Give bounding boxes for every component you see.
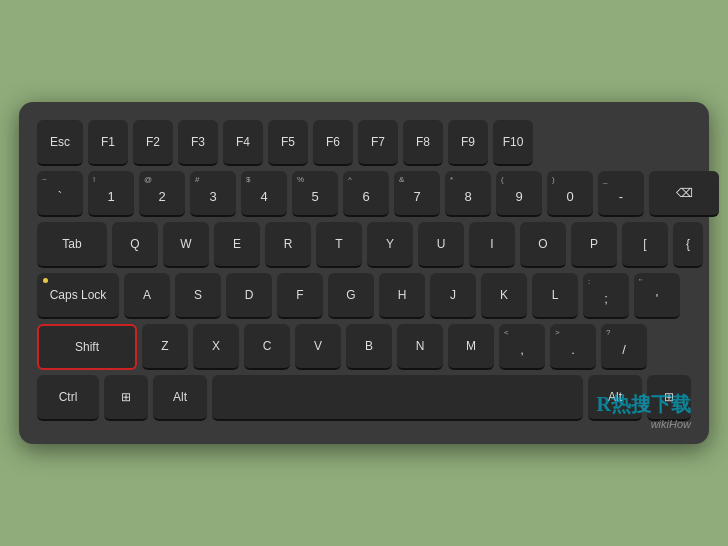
key-d[interactable]: D xyxy=(226,273,272,319)
key-a[interactable]: A xyxy=(124,273,170,319)
key-x[interactable]: X xyxy=(193,324,239,370)
key-bracket_l-label: [ xyxy=(643,237,646,251)
key-minus-main: - xyxy=(619,189,623,204)
key-win_r[interactable]: ⊞ xyxy=(647,375,691,421)
key-semi[interactable]: :; xyxy=(583,273,629,319)
key-9[interactable]: (9 xyxy=(496,171,542,217)
key-quote-sub: " xyxy=(639,277,642,286)
key-7-sub: & xyxy=(399,175,404,184)
key-comma[interactable]: <, xyxy=(499,324,545,370)
key-tilde[interactable]: ~` xyxy=(37,171,83,217)
key-b[interactable]: B xyxy=(346,324,392,370)
key-n[interactable]: N xyxy=(397,324,443,370)
key-l-label: L xyxy=(552,288,559,302)
key-2[interactable]: @2 xyxy=(139,171,185,217)
key-shift_l-label: Shift xyxy=(75,340,99,354)
key-i[interactable]: I xyxy=(469,222,515,268)
key-row-2: TabQWERTYUIOP[{ xyxy=(37,222,691,268)
key-z[interactable]: Z xyxy=(142,324,188,370)
key-g-label: G xyxy=(346,288,355,302)
key-w[interactable]: W xyxy=(163,222,209,268)
key-alt_r[interactable]: Alt xyxy=(588,375,642,421)
key-alt_r-label: Alt xyxy=(608,390,622,404)
key-f5-label: F5 xyxy=(281,135,295,149)
key-g[interactable]: G xyxy=(328,273,374,319)
key-quote[interactable]: "' xyxy=(634,273,680,319)
key-u[interactable]: U xyxy=(418,222,464,268)
key-backspace-label: ⌫ xyxy=(676,186,693,200)
key-f9-label: F9 xyxy=(461,135,475,149)
key-k[interactable]: K xyxy=(481,273,527,319)
key-slash[interactable]: ?/ xyxy=(601,324,647,370)
key-j[interactable]: J xyxy=(430,273,476,319)
key-bracket_r[interactable]: { xyxy=(673,222,703,268)
key-c-label: C xyxy=(263,339,272,353)
key-caps[interactable]: Caps Lock xyxy=(37,273,119,319)
key-f6[interactable]: F6 xyxy=(313,120,353,166)
key-r[interactable]: R xyxy=(265,222,311,268)
key-s[interactable]: S xyxy=(175,273,221,319)
key-m-label: M xyxy=(466,339,476,353)
key-bracket_l[interactable]: [ xyxy=(622,222,668,268)
key-backspace[interactable]: ⌫ xyxy=(649,171,719,217)
key-win_l[interactable]: ⊞ xyxy=(104,375,148,421)
key-a-label: A xyxy=(143,288,151,302)
key-f8[interactable]: F8 xyxy=(403,120,443,166)
key-8[interactable]: *8 xyxy=(445,171,491,217)
key-row-1: ~`!1@2#3$4%5^6&7*8(9)0_-⌫ xyxy=(37,171,691,217)
key-0[interactable]: )0 xyxy=(547,171,593,217)
key-q[interactable]: Q xyxy=(112,222,158,268)
key-1-main: 1 xyxy=(107,189,114,204)
key-f5[interactable]: F5 xyxy=(268,120,308,166)
key-h[interactable]: H xyxy=(379,273,425,319)
key-f2-label: F2 xyxy=(146,135,160,149)
key-space[interactable] xyxy=(212,375,583,421)
key-7[interactable]: &7 xyxy=(394,171,440,217)
key-alt_l[interactable]: Alt xyxy=(153,375,207,421)
key-f3-label: F3 xyxy=(191,135,205,149)
key-f9[interactable]: F9 xyxy=(448,120,488,166)
key-f2[interactable]: F2 xyxy=(133,120,173,166)
key-ctrl[interactable]: Ctrl xyxy=(37,375,99,421)
key-minus[interactable]: _- xyxy=(598,171,644,217)
key-row-0: EscF1F2F3F4F5F6F7F8F9F10 xyxy=(37,120,691,166)
key-f10[interactable]: F10 xyxy=(493,120,533,166)
key-6[interactable]: ^6 xyxy=(343,171,389,217)
key-bracket_r-label: { xyxy=(686,237,690,251)
key-shift_l[interactable]: Shift xyxy=(37,324,137,370)
key-3[interactable]: #3 xyxy=(190,171,236,217)
key-slash-main: / xyxy=(622,342,626,357)
key-p[interactable]: P xyxy=(571,222,617,268)
key-tab[interactable]: Tab xyxy=(37,222,107,268)
key-c[interactable]: C xyxy=(244,324,290,370)
key-h-label: H xyxy=(398,288,407,302)
key-l[interactable]: L xyxy=(532,273,578,319)
key-f4[interactable]: F4 xyxy=(223,120,263,166)
key-o-label: O xyxy=(538,237,547,251)
key-z-label: Z xyxy=(161,339,168,353)
key-e[interactable]: E xyxy=(214,222,260,268)
key-4[interactable]: $4 xyxy=(241,171,287,217)
key-y[interactable]: Y xyxy=(367,222,413,268)
key-j-label: J xyxy=(450,288,456,302)
key-v[interactable]: V xyxy=(295,324,341,370)
key-m[interactable]: M xyxy=(448,324,494,370)
key-win_l-label: ⊞ xyxy=(121,390,131,404)
key-ctrl-label: Ctrl xyxy=(59,390,78,404)
key-f7[interactable]: F7 xyxy=(358,120,398,166)
key-x-label: X xyxy=(212,339,220,353)
keyboard: EscF1F2F3F4F5F6F7F8F9F10~`!1@2#3$4%5^6&7… xyxy=(19,102,709,444)
key-o[interactable]: O xyxy=(520,222,566,268)
key-f[interactable]: F xyxy=(277,273,323,319)
key-f3[interactable]: F3 xyxy=(178,120,218,166)
key-1[interactable]: !1 xyxy=(88,171,134,217)
key-f1[interactable]: F1 xyxy=(88,120,128,166)
caps-lock-dot xyxy=(43,278,48,283)
key-u-label: U xyxy=(437,237,446,251)
key-period[interactable]: >. xyxy=(550,324,596,370)
screenshot-container: EscF1F2F3F4F5F6F7F8F9F10~`!1@2#3$4%5^6&7… xyxy=(19,102,709,444)
key-n-label: N xyxy=(416,339,425,353)
key-t[interactable]: T xyxy=(316,222,362,268)
key-5[interactable]: %5 xyxy=(292,171,338,217)
key-esc[interactable]: Esc xyxy=(37,120,83,166)
